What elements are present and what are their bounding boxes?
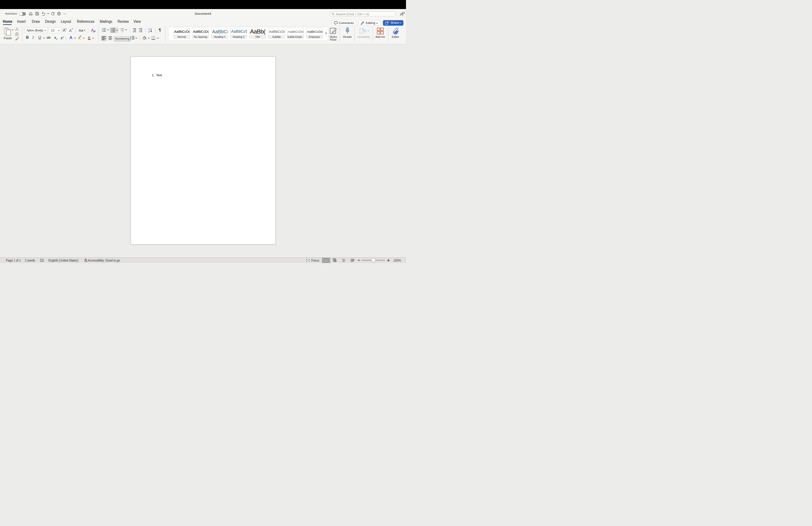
svg-text:A: A bbox=[148, 28, 150, 30]
svg-text:2: 2 bbox=[111, 30, 112, 31]
svg-text:a: a bbox=[121, 30, 121, 31]
svg-text:Z: Z bbox=[148, 30, 149, 33]
svg-text:1: 1 bbox=[120, 28, 121, 30]
svg-text:i: i bbox=[121, 31, 122, 32]
svg-text:1: 1 bbox=[111, 28, 112, 30]
